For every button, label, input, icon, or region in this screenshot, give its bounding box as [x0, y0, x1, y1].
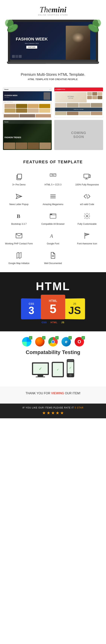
copy-icon: [14, 172, 24, 182]
coming-soon-line1: COMING: [71, 131, 86, 135]
description-sub: HTML TEMPLATE FOR CREATIVE PEOPLE.: [4, 78, 102, 81]
svg-text:A: A: [50, 233, 53, 239]
previews-section: Themini 🛒 FASHION WEEK New Collection Ne…: [0, 86, 106, 152]
svg-point-33: [86, 215, 88, 217]
send-icon: [14, 192, 24, 201]
coming-soon-line2: SOON: [71, 135, 86, 139]
laptop-outer: Themini HOME SHOP COLLECTION SALE 🛒 CART…: [8, 20, 98, 62]
stars-container: ★ ★ ★ ★ ★: [4, 410, 102, 416]
logo: Themini: [4, 6, 102, 14]
laptop-screen-content: FASHION WEEK New Collection 2023 SHOP NO…: [10, 22, 96, 60]
device-phone: ✓: [67, 359, 74, 377]
preview-card-coming-soon: COMING SOON: [54, 120, 103, 150]
svg-text:B: B: [17, 213, 20, 219]
laptop-base: [10, 60, 96, 62]
preview-card-style[interactable]: ■ THEMINI STYLE OPTIMAL STYLE: [54, 87, 103, 118]
rate-star-label: 5 STAR: [75, 406, 83, 409]
font-icon: A: [48, 231, 58, 240]
phone-check-icon: ✓: [69, 366, 72, 370]
description-main: Premium Multi-Stores HTML Template.: [4, 72, 102, 77]
tech-section: HTML CSS 3 HTML 5 JS JS CSS HTML JS: [0, 272, 106, 331]
feature-label-documentation: Well Documented: [44, 262, 62, 265]
hero-section: Themini ONLINE SHOPPING STORE: [0, 0, 106, 68]
map-icon: [14, 251, 24, 260]
feature-w3c: w3 valid Code: [72, 192, 102, 206]
thankyou-highlight: VIEWING: [51, 392, 64, 395]
opera-check-icon: ✓: [82, 336, 85, 340]
fashion-trends-title: FASHION TRENDS: [4, 136, 21, 138]
description-section: Premium Multi-Stores HTML Template. HTML…: [0, 68, 106, 86]
preview-card-fashion-week[interactable]: Themini 🛒 FASHION WEEK New Collection Ne…: [3, 87, 52, 118]
tech-label-js: JS: [61, 321, 64, 324]
star-5: ★: [60, 410, 64, 416]
compat-browsers: ✓ ✓ ✓ e ✓ O ✓: [4, 337, 102, 346]
features-title: FEATURES OF TEMPLATE: [4, 160, 102, 164]
feature-label-megamenu: Amazing Megamenu: [43, 203, 63, 206]
tablet-check-icon: ✓: [56, 368, 59, 372]
preview-card-fashion-trends[interactable]: Themini FASHION TRENDS: [3, 120, 52, 150]
feature-label-browser: Compatible All Browser: [41, 223, 65, 225]
browser-ie: e ✓: [61, 337, 71, 346]
features-section: FEATURES OF TEMPLATE 3+ Pre Demo 5 3: [0, 152, 106, 272]
device-desktop: ✓: [32, 362, 49, 377]
browser-opera: O ✓: [75, 337, 84, 346]
feature-label-php: Working PHP Contact Form: [5, 242, 33, 245]
feature-label-pre-demo: 3+ Pre Demo: [12, 183, 26, 186]
js-badge: JS JS: [64, 298, 85, 319]
feature-label-bootstrap: Bootstrap 3.3.7: [11, 223, 26, 225]
svg-rect-10: [17, 174, 22, 179]
feature-google-font: A Google Font: [38, 231, 68, 245]
feature-newsletter: News Letter Popup: [4, 192, 34, 206]
feature-bootstrap: B Bootstrap 3.3.7: [4, 211, 34, 225]
feature-megamenu: Amazing Megamenu: [38, 192, 68, 206]
svg-rect-34: [16, 234, 22, 238]
feature-browser: Compatible All Browser: [38, 211, 68, 225]
compat-title: Compatability Testing: [4, 349, 102, 355]
svg-text:CSS: CSS: [51, 174, 53, 175]
desktop-check-icon: ✓: [39, 366, 42, 371]
feature-html5: 5 3 CSS CSS HTML 5 + CC5 3: [38, 172, 68, 186]
feature-customize: Fully Customizable: [72, 211, 102, 225]
ie-check-icon: ✓: [68, 336, 72, 340]
bold-icon: B: [14, 211, 24, 221]
feature-label-newsletter: News Letter Popup: [9, 203, 29, 206]
feature-label-w3c: w3 valid Code: [80, 203, 94, 206]
menu-icon: [48, 192, 58, 201]
feature-label-font-awesome: Font-Awesome Icon: [77, 242, 97, 245]
svg-line-27: [87, 194, 87, 199]
logo-subtitle: ONLINE SHOPPING STORE: [4, 14, 102, 16]
feature-pre-demo: 3+ Pre Demo: [4, 172, 34, 186]
feature-label-google-map: Google Map Initialize: [8, 262, 30, 265]
star-2: ★: [47, 410, 50, 416]
chrome-check-icon: ✓: [55, 336, 59, 340]
mail-icon: [14, 231, 24, 240]
flag-icon: [82, 231, 92, 240]
rate-text: IF YOU LIKE OUR ITEMS PLEASE RATE IT 5 S…: [4, 406, 102, 409]
tech-badges: CSS 3 HTML 5 JS JS: [4, 295, 102, 319]
feature-label-html5: HTML 5 + CC5 3: [45, 183, 61, 186]
star-3: ★: [51, 410, 55, 416]
svg-point-31: [50, 214, 51, 215]
rate-section: IF YOU LIKE OUR ITEMS PLEASE RATE IT 5 S…: [0, 404, 106, 418]
safari-check-icon: ✓: [29, 336, 32, 340]
customize-icon: [82, 211, 92, 221]
browser-icon: [48, 211, 58, 221]
leaf-left-icon: [4, 20, 21, 37]
feature-font-awesome: Font-Awesome Icon: [72, 231, 102, 245]
feature-documentation: Well Documented: [38, 251, 68, 265]
browser-firefox: ✓: [35, 337, 45, 346]
star-1: ★: [42, 410, 46, 416]
html-badge: HTML 5: [41, 295, 65, 319]
logo-area: Themini ONLINE SHOPPING STORE: [4, 6, 102, 16]
tech-html-label: HTML: [4, 280, 102, 293]
feature-label-responsive: 100% Fully Responsive: [75, 183, 99, 186]
tech-labels: CSS HTML JS: [4, 321, 102, 324]
css-badge: CSS 3: [21, 298, 42, 319]
device-tablet: ✓: [52, 362, 64, 377]
feature-php: Working PHP Contact Form: [4, 231, 34, 245]
html5-icon: 5 3 CSS CSS: [48, 172, 58, 182]
pw-product-grid: [4, 103, 51, 114]
code-icon: [82, 192, 92, 201]
star-4: ★: [56, 410, 59, 416]
compat-devices: ✓ ✓ ✓: [4, 359, 102, 377]
